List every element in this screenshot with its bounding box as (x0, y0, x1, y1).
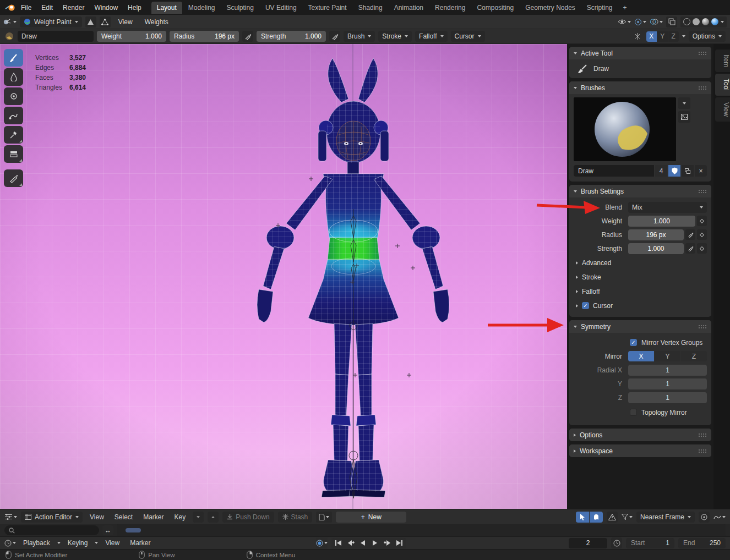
radius-pressure-toggle[interactable] (685, 229, 695, 240)
add-workspace-button[interactable]: + (619, 2, 631, 13)
push-down-button[interactable]: Push Down (222, 512, 274, 523)
cursor-checkbox[interactable] (582, 302, 589, 309)
tool-sample-weight-button[interactable] (4, 126, 23, 144)
workspace-tab-sculpting[interactable]: Sculpting (221, 2, 259, 14)
stash-button[interactable]: Stash (278, 512, 313, 523)
drag-grip-icon[interactable] (698, 86, 707, 90)
symmetry-y-toggle[interactable]: Y (655, 351, 680, 361)
subpanel-stroke[interactable]: Stroke (574, 271, 707, 283)
brush-image-icon[interactable] (678, 111, 690, 123)
shading-solid-icon[interactable] (693, 18, 700, 25)
visibility-dropdown[interactable] (618, 17, 631, 28)
panel-brushes-header[interactable]: Brushes (569, 81, 711, 94)
panel-active-tool-header[interactable]: Active Tool (569, 47, 711, 59)
show-hidden-filter-icon[interactable] (590, 512, 603, 523)
warning-icon[interactable] (607, 512, 618, 523)
shading-wireframe-icon[interactable] (683, 18, 690, 25)
move-channel-down-button[interactable] (193, 512, 204, 523)
horizontal-scrollbar-thumb[interactable] (126, 528, 141, 532)
dopesheet-editor-type-button[interactable] (4, 512, 17, 523)
subpanel-advanced[interactable]: Advanced (574, 256, 707, 269)
workspace-tab-modeling[interactable]: Modeling (183, 2, 221, 14)
brush-preview-image[interactable] (574, 97, 676, 161)
blend-mode-dropdown[interactable]: Mix (628, 202, 707, 213)
sidebar-tab-item[interactable]: Item (715, 50, 730, 72)
mirror-z-toggle[interactable]: Z (668, 31, 679, 42)
new-action-button[interactable]: + New (336, 512, 406, 523)
proportional-edit-toggle[interactable] (699, 512, 710, 523)
brush-gallery-dropdown[interactable] (678, 97, 690, 109)
tl-menu-marker[interactable]: Marker (127, 538, 154, 548)
falloff-dropdown[interactable]: Falloff (415, 31, 447, 42)
weight-slider[interactable]: 1.000 (628, 216, 695, 227)
strength-slider[interactable]: 1.000 (628, 243, 684, 254)
viewport-canvas[interactable] (0, 44, 567, 509)
weight-slider[interactable]: Weight 1.000 (97, 31, 166, 42)
playback-menu[interactable]: Playback (20, 538, 53, 548)
cursor-dropdown[interactable]: Cursor (451, 31, 485, 42)
subpanel-cursor[interactable]: Cursor (574, 299, 707, 312)
tool-average-button[interactable] (4, 87, 23, 105)
action-editor-mode-dropdown[interactable]: Action Editor (21, 512, 83, 523)
drag-grip-icon[interactable] (698, 325, 707, 328)
tool-draw-button[interactable] (4, 49, 23, 67)
keying-menu[interactable]: Keying (64, 538, 91, 548)
mirror-y-toggle[interactable]: Y (657, 31, 668, 42)
workspace-tab-texture-paint[interactable]: Texture Paint (303, 2, 352, 14)
drag-grip-icon[interactable] (698, 433, 707, 437)
shading-material-icon[interactable] (702, 18, 709, 25)
tool-gradient-button[interactable] (4, 145, 23, 163)
mirror-link-icon[interactable] (632, 31, 643, 42)
viewport-3d[interactable]: Vertices3,527 Edges6,884 Faces3,380 Tria… (0, 44, 567, 509)
ds-menu-marker[interactable]: Marker (140, 512, 167, 522)
symmetry-x-toggle[interactable]: X (628, 351, 654, 361)
play-reverse-button[interactable] (357, 539, 368, 548)
tool-smear-button[interactable] (4, 107, 23, 124)
paint-mask-face-toggle[interactable] (85, 17, 96, 28)
fake-user-shield-icon[interactable] (668, 165, 680, 177)
strength-decorator-icon[interactable] (697, 243, 707, 254)
blender-logo-icon[interactable] (4, 2, 15, 13)
duplicate-brush-icon[interactable] (682, 165, 694, 177)
radius-pressure-toggle[interactable] (242, 31, 253, 42)
ds-menu-select[interactable]: Select (111, 512, 136, 522)
drag-grip-icon[interactable] (698, 189, 707, 193)
dopesheet-scroll-strip[interactable] (117, 524, 726, 536)
menu-render[interactable]: Render (58, 2, 89, 13)
panel-options-header[interactable]: Options (569, 429, 711, 441)
workspace-tab-rendering[interactable]: Rendering (429, 2, 471, 14)
paint-mask-vertex-toggle[interactable] (100, 17, 111, 28)
radius-slider[interactable]: Radius 196 px (170, 31, 239, 42)
timeline-editor-type-button[interactable] (4, 537, 16, 548)
auto-keying-toggle[interactable] (316, 537, 328, 548)
frame-start-field[interactable]: Start 1 (626, 538, 674, 548)
workspace-tab-compositing[interactable]: Compositing (471, 2, 519, 14)
menu-help[interactable]: Help (123, 2, 146, 13)
browse-action-button[interactable] (316, 512, 332, 523)
shading-rendered-icon[interactable] (711, 18, 718, 25)
unlink-brush-icon[interactable]: × (695, 165, 707, 177)
ds-menu-view[interactable]: View (86, 512, 107, 522)
panel-symmetry-header[interactable]: Symmetry (569, 320, 711, 333)
stroke-dropdown[interactable]: Stroke (378, 31, 412, 42)
jump-to-start-button[interactable] (333, 539, 344, 548)
brush-thumbnail-icon[interactable] (4, 32, 14, 41)
sidebar-tab-tool[interactable]: Tool (715, 74, 730, 96)
options-dropdown[interactable]: Options (689, 31, 726, 42)
workspace-tab-geometry-nodes[interactable]: Geometry Nodes (520, 2, 581, 14)
tool-blur-button[interactable] (4, 68, 23, 86)
workspace-tab-layout[interactable]: Layout (151, 2, 182, 14)
shading-dropdown[interactable] (721, 21, 724, 23)
menu-file[interactable]: File (17, 2, 36, 13)
mirror-x-toggle[interactable]: X (646, 31, 657, 42)
drag-grip-icon[interactable] (698, 51, 707, 55)
next-keyframe-button[interactable] (382, 539, 393, 548)
panel-brush-settings-header[interactable]: Brush Settings (569, 185, 711, 197)
radial-x-field[interactable]: 1 (628, 365, 707, 376)
drag-grip-icon[interactable] (698, 449, 707, 453)
invert-filter-button[interactable]: ↔ (102, 525, 113, 535)
workspace-tab-animation[interactable]: Animation (389, 2, 429, 14)
tool-annotate-button[interactable] (4, 169, 23, 187)
falloff-curve-dropdown[interactable] (713, 512, 726, 523)
sidebar-tab-view[interactable]: View (715, 97, 730, 122)
